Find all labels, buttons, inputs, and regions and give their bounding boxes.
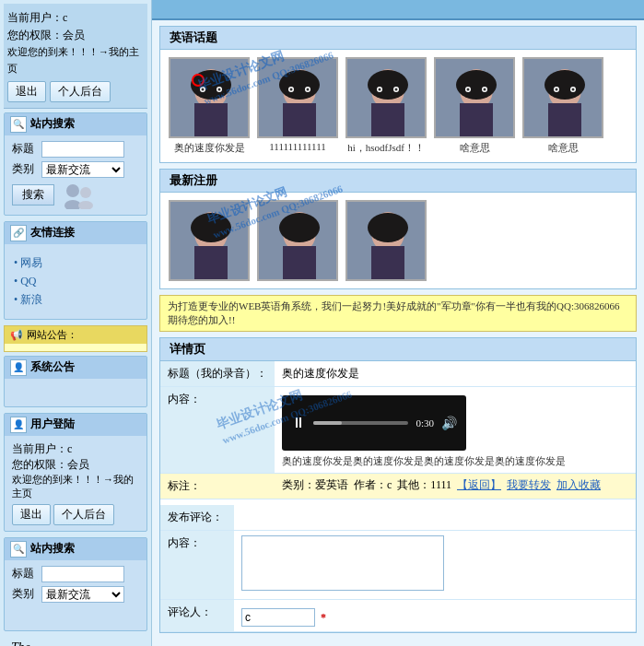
video-thumb-5[interactable] [522, 57, 603, 138]
friend-link-list: 网易 QQ 新浪 [12, 250, 139, 313]
search-title-input2[interactable] [41, 566, 124, 582]
svg-point-36 [484, 88, 486, 91]
friend-links-section: 🔗 友情连接 网易 QQ 新浪 [4, 221, 147, 320]
register-user-2 [256, 200, 339, 281]
logout-button[interactable]: 退出 [7, 81, 46, 102]
notes-label: 标注： [160, 474, 275, 499]
user-login-header: 👤 用户登陆 [5, 414, 146, 436]
content-value: ⏸ 0:30 🔊 奥的速度你发是奥的速度你发是奥的速度你发是奥的速度你发是 [275, 387, 636, 474]
svg-point-9 [202, 88, 205, 91]
svg-rect-23 [371, 103, 404, 138]
search-section2: 🔍 站内搜索 标题 类别 最新交流 [4, 537, 147, 631]
pause-button[interactable]: ⏸ [291, 415, 306, 431]
detail-section: 毕业设计论文网www.56doc.com QQ:306826066 详情页 标题… [159, 337, 637, 633]
search-category-select2[interactable]: 最新交流 [41, 586, 124, 603]
notice-icon: 📢 [10, 329, 23, 341]
girl-svg-4 [436, 57, 513, 138]
comment-title-row: 发布评论： [160, 505, 636, 531]
video-thumb-4[interactable] [434, 57, 515, 138]
svg-rect-51 [283, 246, 316, 281]
content-label: 内容： [160, 387, 275, 474]
svg-point-16 [279, 70, 320, 100]
svg-point-20 [307, 88, 310, 91]
website-notice-header: 📢 网站公告： [5, 326, 146, 344]
welcome2: 欢迎您的到来！！！→我的主页 [12, 473, 139, 500]
video-label-4: 啥意思 [460, 141, 490, 155]
register-thumb-2[interactable] [257, 200, 338, 281]
register-thumb-1[interactable] [169, 200, 250, 281]
top-bar [152, 0, 644, 20]
notes-forward-link[interactable]: 我要转发 [507, 478, 551, 491]
user-login-body: 当前用户：c 您的权限：会员 欢迎您的到来！！！→我的主页 退出 个人后台 [5, 436, 146, 531]
svg-point-48 [191, 213, 231, 242]
detail-table: 标题（我的录音）： 奥的速度你发是 内容： ⏸ 0:30 🔊 [160, 361, 636, 499]
svg-point-32 [456, 70, 497, 100]
video-player: ⏸ 0:30 🔊 [282, 395, 466, 451]
svg-point-44 [572, 88, 575, 91]
main-content: 毕业设计论文网www.56doc.com QQ:306826066 英语话题 [152, 0, 644, 646]
video-label-1: 奥的速度你发是 [174, 141, 245, 155]
personal-backend-button[interactable]: 个人后台 [50, 81, 111, 102]
comment-table: 发布评论： 内容： 评论人： * [160, 505, 636, 632]
reviewer-input[interactable] [241, 608, 315, 627]
english-section-header: 英语话题 [160, 27, 636, 50]
progress-fill [313, 421, 342, 425]
search-section-header: 🔍 站内搜索 [5, 113, 146, 135]
video-thumb-3[interactable] [345, 57, 427, 138]
notes-return-link[interactable]: 【返回】 [457, 478, 501, 491]
video-item-4: 啥意思 [433, 57, 516, 155]
svg-rect-15 [283, 103, 316, 138]
announcement-text: 为打造更专业的WEB英语角系统，我们一起努力!美好成就的"军功章"你有一半也有我… [168, 300, 620, 325]
friend-links-header: 🔗 友情连接 [5, 222, 146, 244]
website-notice-body [5, 344, 146, 351]
welcome-text: 欢迎您的到来！！！→我的主页 [7, 44, 144, 76]
video-gallery: 奥的速度你发是 [160, 50, 636, 162]
link-icon: 🔗 [10, 225, 27, 241]
system-notice-section: 👤 系统公告 [4, 356, 147, 407]
video-thumb-1[interactable] [169, 57, 250, 138]
player-progress[interactable] [313, 421, 408, 425]
search-title-input[interactable] [41, 141, 124, 158]
content-text: 奥的速度你发是奥的速度你发是奥的速度你发是奥的速度你发是 [282, 454, 577, 468]
girl-svg-5 [524, 57, 602, 138]
svg-rect-6 [194, 103, 228, 138]
register-thumb-3[interactable] [345, 200, 427, 281]
svg-point-42 [556, 88, 558, 91]
volume-icon[interactable]: 🔊 [441, 416, 457, 431]
people-icon [62, 182, 95, 209]
logout-button2[interactable]: 退出 [12, 504, 51, 525]
post-comment-label: 发布评论： [160, 505, 234, 531]
svg-point-2 [80, 187, 91, 198]
svg-rect-39 [548, 103, 581, 138]
notes-collect-link[interactable]: 加入收藏 [556, 478, 601, 491]
search-header2: 🔍 站内搜索 [5, 538, 146, 560]
comment-reviewer-row: 评论人： * [160, 600, 636, 632]
register-svg-2 [259, 200, 336, 281]
comment-textarea[interactable] [241, 535, 444, 591]
comment-content-row: 内容： [160, 531, 636, 600]
search-category-select[interactable]: 最新交流 [41, 161, 124, 178]
link-wangyi[interactable]: 网易 [20, 256, 42, 269]
svg-point-24 [368, 70, 408, 100]
svg-point-28 [395, 88, 398, 91]
category-label: 类别 [12, 161, 38, 177]
user-icon: 👤 [10, 417, 27, 433]
search-section: 🔍 站内搜索 标题 类别 最新交流 搜索 [4, 112, 147, 216]
english-section: 毕业设计论文网www.56doc.com QQ:306826066 英语话题 [159, 26, 637, 163]
girl-svg-2 [259, 57, 336, 138]
svg-rect-55 [371, 246, 404, 281]
search-submit-button[interactable]: 搜索 [12, 184, 54, 206]
girl-svg-3 [347, 57, 425, 138]
video-label-2: 111111111111 [269, 141, 326, 152]
link-qq[interactable]: QQ [20, 275, 36, 288]
link-sina[interactable]: 新浪 [20, 293, 42, 306]
video-thumb-2[interactable] [257, 57, 338, 138]
system-icon: 👤 [10, 359, 27, 376]
title-label: 标题 [12, 141, 38, 157]
tbe-label: Tbe [4, 637, 147, 646]
personal-button2[interactable]: 个人后台 [53, 504, 114, 525]
system-notice-header: 👤 系统公告 [5, 357, 146, 379]
register-section-header: 最新注册 [160, 170, 636, 193]
register-gallery [160, 193, 636, 288]
notes-author: 作者：c [354, 478, 392, 491]
